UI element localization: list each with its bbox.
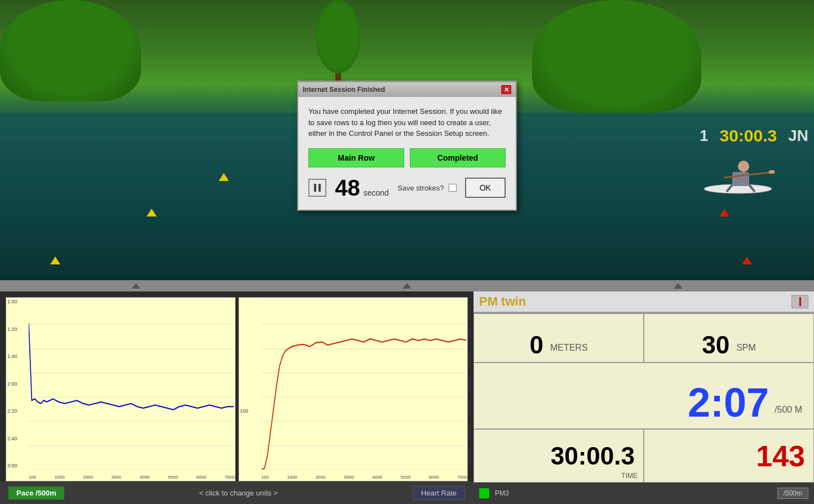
dialog-overlay: Internet Session Finished ✕ You have com…	[0, 0, 814, 280]
scene: 1 30:00.3 JN Internet Session Finished ✕	[0, 0, 814, 280]
pm-pace-unit: /500 M	[775, 405, 802, 415]
pause-button[interactable]	[308, 179, 326, 197]
pm-indicator-bar	[799, 297, 801, 306]
pm-label: PM3	[495, 489, 509, 497]
pace-graph-inner	[29, 300, 234, 470]
svg-rect-7	[314, 184, 316, 192]
dialog-title: Internet Session Finished	[303, 86, 385, 94]
pm-status-dot	[479, 488, 489, 498]
dialog-message: You have completed your Internet Session…	[308, 106, 506, 139]
dialog-close-button[interactable]: ✕	[501, 85, 511, 94]
pm-pace-cell: 2:07 /500 M	[474, 362, 814, 430]
completed-button[interactable]: Completed	[410, 148, 506, 167]
dialog-counter-label: second	[364, 188, 389, 197]
graphs-area: 1:00 1:20 1:40 2:00 2:20 2:40 3:00	[0, 291, 474, 481]
pm-title: PM twin	[479, 294, 791, 309]
dialog-counter: 48	[335, 175, 360, 201]
pm-spm-value: 30	[702, 333, 729, 357]
sep-arrow-1	[131, 283, 140, 289]
pace-graph-y-labels: 1:00 1:20 1:40 2:00 2:20 2:40 3:00	[6, 298, 29, 470]
save-strokes-label: Save strokes?	[397, 184, 444, 192]
pm-header: PM twin	[474, 291, 814, 313]
sep-arrow-2	[402, 283, 412, 289]
dialog-action-buttons: Main Row Completed	[308, 148, 506, 167]
pm-meters-label: METERS	[550, 343, 588, 353]
pm-meters-value: 0	[529, 333, 543, 357]
heart-rate-graph[interactable]: 100	[238, 297, 468, 481]
pm-grid: 0 METERS 30 SPM 2:07 /500 M 30:00.3 TIME…	[474, 313, 814, 483]
bottom-panel: 1:00 1:20 1:40 2:00 2:20 2:40 3:00	[0, 291, 814, 504]
left-bottom-bar: Pace /500m < click to change units > Hea…	[0, 481, 474, 504]
ok-button[interactable]: OK	[465, 178, 506, 198]
svg-rect-8	[318, 184, 321, 192]
pm-spm-cell: 30 SPM	[644, 313, 814, 362]
hr-graph-inner	[262, 300, 467, 470]
pm-indicator	[791, 295, 808, 308]
hr-graph-y-labels: 100	[239, 298, 262, 470]
sep-arrow-3	[674, 283, 683, 289]
separator	[0, 280, 814, 291]
pace-graph[interactable]: 1:00 1:20 1:40 2:00 2:20 2:40 3:00	[6, 297, 236, 481]
pm-hr-value: 143	[756, 441, 805, 471]
pace-graph-x-labels: 100 1000 2000 3000 4000 5000 6000 7000	[29, 475, 235, 480]
save-strokes-area: Save strokes?	[397, 184, 456, 192]
pm-time-label: TIME	[621, 472, 638, 480]
left-panel: 1:00 1:20 1:40 2:00 2:20 2:40 3:00	[0, 291, 474, 504]
pm-pace-value: 2:07	[688, 382, 769, 423]
hr-graph-x-labels: 100 1000 2000 3000 4000 5000 6000 7000	[262, 475, 468, 480]
save-strokes-checkbox[interactable]	[449, 184, 457, 192]
pm-time-value: 30:00.3	[551, 444, 635, 468]
pm-rate-button[interactable]: /500m	[777, 488, 808, 499]
pm-time-cell: 30:00.3 TIME	[474, 429, 644, 483]
change-units-text[interactable]: < click to change units >	[199, 489, 277, 497]
dialog-counter-area: 48 second	[335, 175, 389, 201]
pm-bottom-bar: PM3 /500m	[474, 483, 814, 504]
right-panel: PM twin 0 METERS 30 SPM 2:07 /500 M	[474, 291, 814, 504]
heart-rate-button[interactable]: Heart Rate	[413, 486, 465, 500]
pace-button[interactable]: Pace /500m	[8, 487, 64, 499]
dialog: Internet Session Finished ✕ You have com…	[297, 81, 517, 211]
pm-meters-cell: 0 METERS	[474, 313, 644, 362]
main-row-button[interactable]: Main Row	[308, 148, 404, 167]
pm-spm-label: SPM	[736, 343, 756, 353]
dialog-lower: 48 second Save strokes? OK	[308, 175, 506, 201]
dialog-titlebar: Internet Session Finished ✕	[298, 82, 516, 97]
pm-hr-cell: 143	[644, 429, 814, 483]
dialog-body: You have completed your Internet Session…	[298, 97, 516, 210]
